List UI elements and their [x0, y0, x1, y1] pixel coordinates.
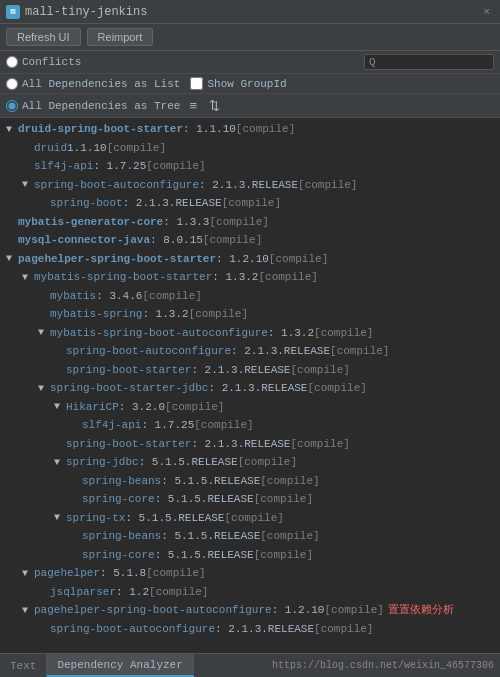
show-groupid-label[interactable]: Show GroupId — [190, 77, 286, 90]
tab-text[interactable]: Text — [0, 654, 47, 677]
tree-item[interactable]: spring-beans : 5.1.5.RELEASE [compile] — [0, 527, 500, 546]
dep-version: : 2.1.3.RELEASE — [191, 362, 290, 379]
dep-scope: [compile] — [165, 399, 224, 416]
tree-item[interactable]: spring-boot-autoconfigure : 2.1.3.RELEAS… — [0, 620, 500, 639]
dep-name: spring-boot — [50, 195, 123, 212]
search-icon: Q — [369, 56, 376, 68]
tree-item[interactable]: mysql-connector-java : 8.0.15 [compile] — [0, 231, 500, 250]
tree-item[interactable]: spring-jdbc : 5.1.5.RELEASE [compile] — [0, 453, 500, 472]
tree-arrow-icon — [22, 566, 34, 581]
reimport-button[interactable]: Reimport — [87, 28, 154, 46]
dep-scope: [compile] — [107, 140, 166, 157]
tab-title: mall-tiny-jenkins — [25, 5, 479, 19]
tree-item[interactable]: spring-boot-autoconfigure : 2.1.3.RELEAS… — [0, 176, 500, 195]
app-icon: m — [6, 5, 20, 19]
dep-name: mybatis-generator-core — [18, 214, 163, 231]
dep-scope: [compile] — [314, 325, 373, 342]
tree-arrow-icon — [54, 455, 66, 470]
tree-item[interactable]: spring-boot-starter-jdbc : 2.1.3.RELEASE… — [0, 379, 500, 398]
tree-item[interactable]: spring-core : 5.1.5.RELEASE [compile] — [0, 490, 500, 509]
tree-item[interactable]: spring-tx : 5.1.5.RELEASE [compile] — [0, 509, 500, 528]
tree-arrow-icon — [6, 251, 18, 266]
sort-az-button[interactable]: ≡ — [186, 97, 200, 114]
dep-scope: [compile] — [236, 121, 295, 138]
dep-scope: [compile] — [254, 491, 313, 508]
all-deps-tree-radio-label[interactable]: All Dependencies as Tree — [6, 100, 180, 112]
dep-name: spring-core — [82, 491, 155, 508]
tree-item[interactable]: slf4j-api : 1.7.25 [compile] — [0, 416, 500, 435]
all-deps-tree-radio[interactable] — [6, 100, 18, 112]
tab-dependency-analyzer[interactable]: Dependency Analyzer — [47, 654, 193, 677]
tree-item[interactable]: HikariCP : 3.2.0 [compile] — [0, 398, 500, 417]
tree-item[interactable]: mybatis-spring : 1.3.2 [compile] — [0, 305, 500, 324]
dep-version: : 3.4.6 — [96, 288, 142, 305]
tree-arrow-icon — [54, 510, 66, 525]
dep-name: spring-boot-autoconfigure — [34, 177, 199, 194]
dep-name: jsqlparser — [50, 584, 116, 601]
dep-version: : 5.1.8 — [100, 565, 146, 582]
conflicts-radio[interactable] — [6, 56, 18, 68]
status-url: https://blog.csdn.net/weixin_46577306 — [272, 660, 500, 671]
bottom-tabs: Text Dependency Analyzer https://blog.cs… — [0, 653, 500, 677]
dep-name: slf4j-api — [82, 417, 141, 434]
dep-name: spring-boot-starter-jdbc — [50, 380, 208, 397]
all-deps-list-radio-label[interactable]: All Dependencies as List — [6, 78, 180, 90]
title-bar: m mall-tiny-jenkins × — [0, 0, 500, 24]
tree-arrow-icon — [22, 177, 34, 192]
dep-scope: [compile] — [142, 288, 201, 305]
dep-version: : 5.1.5.RELEASE — [161, 528, 260, 545]
tree-item[interactable]: druid 1.1.10 [compile] — [0, 139, 500, 158]
tree-item[interactable]: spring-boot-autoconfigure : 2.1.3.RELEAS… — [0, 342, 500, 361]
tree-item[interactable]: spring-beans : 5.1.5.RELEASE [compile] — [0, 472, 500, 491]
search-input[interactable] — [379, 56, 479, 68]
tree-item[interactable]: spring-boot : 2.1.3.RELEASE [compile] — [0, 194, 500, 213]
dep-version: : 1.7.25 — [141, 417, 194, 434]
tree-item[interactable]: spring-core : 5.1.5.RELEASE [compile] — [0, 546, 500, 565]
dep-version: : 2.1.3.RELEASE — [208, 380, 307, 397]
tree-item[interactable]: pagehelper-spring-boot-starter : 1.2.10 … — [0, 250, 500, 269]
tree-item[interactable]: druid-spring-boot-starter : 1.1.10 [comp… — [0, 120, 500, 139]
tree-item[interactable]: spring-boot-starter : 2.1.3.RELEASE [com… — [0, 361, 500, 380]
dep-name: mybatis-spring-boot-starter — [34, 269, 212, 286]
all-deps-tree-label: All Dependencies as Tree — [22, 100, 180, 112]
refresh-button[interactable]: Refresh UI — [6, 28, 81, 46]
dep-scope: [compile] — [189, 306, 248, 323]
tree-item[interactable]: jsqlparser : 1.2 [compile] — [0, 583, 500, 602]
all-deps-list-label: All Dependencies as List — [22, 78, 180, 90]
dep-scope: [compile] — [203, 232, 262, 249]
dep-version: : 1.3.2 — [268, 325, 314, 342]
dep-name: spring-boot-autoconfigure — [50, 621, 215, 638]
tree-item[interactable]: mybatis-spring-boot-autoconfigure : 1.3.… — [0, 324, 500, 343]
show-groupid-checkbox[interactable] — [190, 77, 203, 90]
dep-scope: [compile] — [324, 602, 383, 619]
dep-scope: [compile] — [146, 158, 205, 175]
dep-version: : 2.1.3.RELEASE — [199, 177, 298, 194]
close-icon[interactable]: × — [479, 6, 494, 18]
dep-scope: [compile] — [330, 343, 389, 360]
dep-name: mybatis-spring — [50, 306, 142, 323]
tree-item[interactable]: spring-boot-starter : 2.1.3.RELEASE [com… — [0, 435, 500, 454]
tree-item[interactable]: mybatis : 3.4.6 [compile] — [0, 287, 500, 306]
tree-item[interactable]: mybatis-generator-core : 1.3.3 [compile] — [0, 213, 500, 232]
tree-item[interactable]: slf4j-api : 1.7.25 [compile] — [0, 157, 500, 176]
dep-version: : 1.2.10 — [216, 251, 269, 268]
tree-arrow-icon — [6, 122, 18, 137]
tree-item[interactable]: mybatis-spring-boot-starter : 1.3.2 [com… — [0, 268, 500, 287]
all-deps-list-radio[interactable] — [6, 78, 18, 90]
conflicts-radio-label[interactable]: Conflicts — [6, 56, 81, 68]
toolbar: Refresh UI Reimport — [0, 24, 500, 51]
dep-scope: [compile] — [269, 251, 328, 268]
dep-scope: [compile] — [260, 473, 319, 490]
dep-name: pagehelper-spring-boot-starter — [18, 251, 216, 268]
dep-name: HikariCP — [66, 399, 119, 416]
dep-version: : 5.1.5.RELEASE — [139, 454, 238, 471]
tree-item[interactable]: pagehelper-spring-boot-autoconfigure : 1… — [0, 601, 500, 620]
dep-version: : 1.2 — [116, 584, 149, 601]
dep-version: : 1.2.10 — [272, 602, 325, 619]
sort-toggle-button[interactable]: ⇅ — [206, 97, 223, 114]
dep-name: spring-boot-autoconfigure — [66, 343, 231, 360]
tree-item[interactable]: pagehelper : 5.1.8 [compile] — [0, 564, 500, 583]
dependency-tree[interactable]: druid-spring-boot-starter : 1.1.10 [comp… — [0, 118, 500, 653]
tree-arrow-icon — [22, 270, 34, 285]
dep-scope: [compile] — [238, 454, 297, 471]
